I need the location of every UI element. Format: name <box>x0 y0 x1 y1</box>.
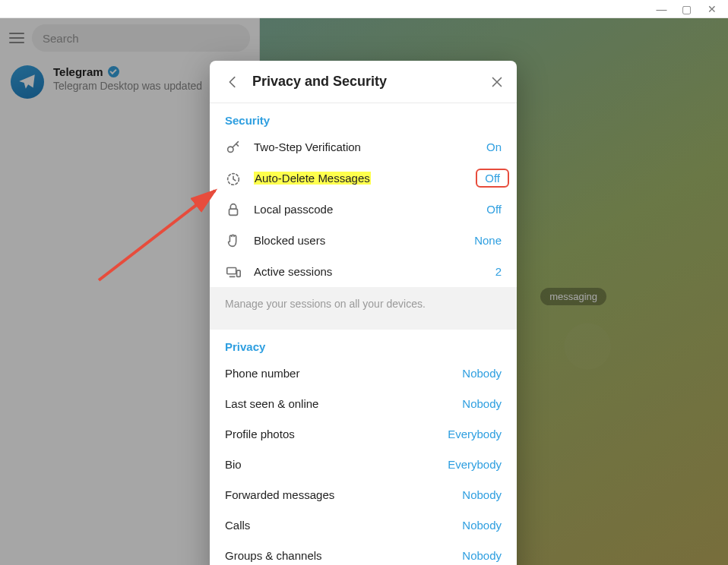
row-forwarded-messages[interactable]: Forwarded messages Nobody <box>210 479 517 510</box>
row-label: Phone number <box>225 367 462 380</box>
row-calls[interactable]: Calls Nobody <box>210 510 517 540</box>
row-label: Two-Step Verification <box>254 140 486 153</box>
row-value: Everybody <box>448 458 502 471</box>
row-label: Auto-Delete Messages <box>254 172 476 185</box>
row-last-seen-online[interactable]: Last seen & online Nobody <box>210 388 517 418</box>
row-active-sessions[interactable]: Active sessions 2 <box>210 256 517 287</box>
hand-block-icon <box>225 232 242 249</box>
row-value: Nobody <box>462 549 502 562</box>
row-phone-number[interactable]: Phone number Nobody <box>210 358 517 388</box>
row-profile-photos[interactable]: Profile photos Everybody <box>210 418 517 449</box>
privacy-security-modal: Privacy and Security Security Two-Step V… <box>210 61 517 565</box>
row-value: 2 <box>495 265 502 278</box>
row-two-step-verification[interactable]: Two-Step Verification On <box>210 131 517 163</box>
row-value: Off <box>476 169 509 188</box>
row-label: Profile photos <box>225 428 448 440</box>
timer-icon <box>225 170 242 187</box>
row-bio[interactable]: Bio Everybody <box>210 449 517 479</box>
row-label: Active sessions <box>254 265 495 278</box>
row-value: Nobody <box>462 367 502 380</box>
row-label: Forwarded messages <box>225 488 462 501</box>
row-label: Bio <box>225 458 448 471</box>
section-title-privacy: Privacy <box>210 330 517 358</box>
row-value: Nobody <box>462 519 502 532</box>
devices-icon <box>225 264 242 280</box>
key-icon <box>225 139 242 156</box>
row-value: None <box>474 234 502 247</box>
row-value: Nobody <box>462 488 502 501</box>
maximize-icon[interactable]: ▢ <box>681 3 692 15</box>
section-title-security: Security <box>210 103 517 131</box>
back-button[interactable] <box>220 70 245 94</box>
row-auto-delete-messages[interactable]: Auto-Delete Messages Off <box>210 163 517 194</box>
window-titlebar: — ▢ ✕ <box>0 0 728 18</box>
modal-title: Privacy and Security <box>252 74 485 90</box>
lock-icon <box>225 201 242 218</box>
svg-rect-3 <box>227 267 236 273</box>
section-footer-note: Manage your sessions on all your devices… <box>210 287 517 330</box>
svg-rect-2 <box>229 209 238 215</box>
row-label: Calls <box>225 519 462 532</box>
row-label: Last seen & online <box>225 397 462 410</box>
row-label: Blocked users <box>254 234 474 247</box>
row-local-passcode[interactable]: Local passcode Off <box>210 194 517 225</box>
svg-rect-4 <box>237 270 241 276</box>
row-value: On <box>486 140 502 153</box>
row-groups-channels[interactable]: Groups & channels Nobody <box>210 540 517 565</box>
row-blocked-users[interactable]: Blocked users None <box>210 225 517 256</box>
row-label: Local passcode <box>254 203 486 216</box>
row-value: Off <box>486 203 502 216</box>
minimize-icon[interactable]: — <box>656 3 667 15</box>
close-window-icon[interactable]: ✕ <box>706 3 717 15</box>
row-value: Everybody <box>448 428 502 440</box>
row-value: Nobody <box>462 397 502 410</box>
close-modal-button[interactable] <box>485 70 509 94</box>
row-label: Groups & channels <box>225 549 462 562</box>
